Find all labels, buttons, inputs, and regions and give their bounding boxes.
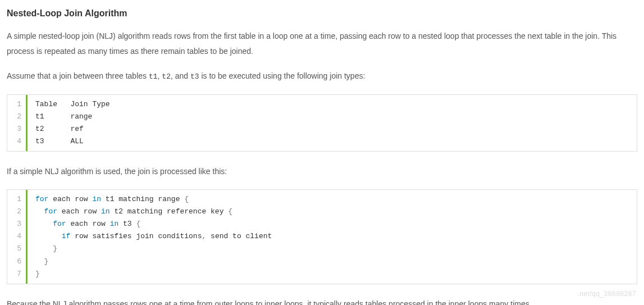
text-fragment: Assume that a join between three tables	[7, 71, 149, 80]
line-number: 7	[13, 268, 21, 280]
line-number: 5	[13, 243, 21, 255]
line-number: 1	[13, 193, 21, 206]
line-number: 1	[13, 98, 21, 111]
code-content: for each row in t1 matching range { for …	[28, 190, 637, 284]
line-number-gutter: 1234	[7, 95, 28, 151]
assume-paragraph: Assume that a join between three tables …	[7, 69, 637, 84]
line-number-gutter: 1234567	[7, 190, 28, 284]
transition-paragraph: If a simple NLJ algorithm is used, the j…	[7, 164, 637, 179]
line-number: 2	[13, 111, 21, 123]
intro-paragraph: A simple nested-loop join (NLJ) algorith…	[7, 29, 637, 58]
line-number: 2	[13, 206, 21, 218]
text-fragment: is to be executed using the following jo…	[199, 71, 366, 80]
inline-code-t1: t1	[149, 72, 158, 81]
code-block-pseudocode: 1234567 for each row in t1 matching rang…	[7, 189, 637, 284]
line-number: 3	[13, 123, 21, 135]
conclusion-paragraph: Because the NLJ algorithm passes rows on…	[7, 297, 637, 305]
text-fragment: , and	[171, 71, 190, 80]
inline-code-t3: t3	[190, 72, 199, 81]
line-number: 6	[13, 256, 21, 268]
section-heading: Nested-Loop Join Algorithm	[7, 6, 637, 21]
line-number: 4	[13, 230, 21, 243]
code-block-table-types: 1234 Table Join Type t1 range t2 ref t3 …	[7, 94, 637, 152]
inline-code-t2: t2	[162, 72, 171, 81]
line-number: 4	[13, 135, 21, 148]
code-content: Table Join Type t1 range t2 ref t3 ALL	[28, 95, 637, 151]
line-number: 3	[13, 218, 21, 230]
